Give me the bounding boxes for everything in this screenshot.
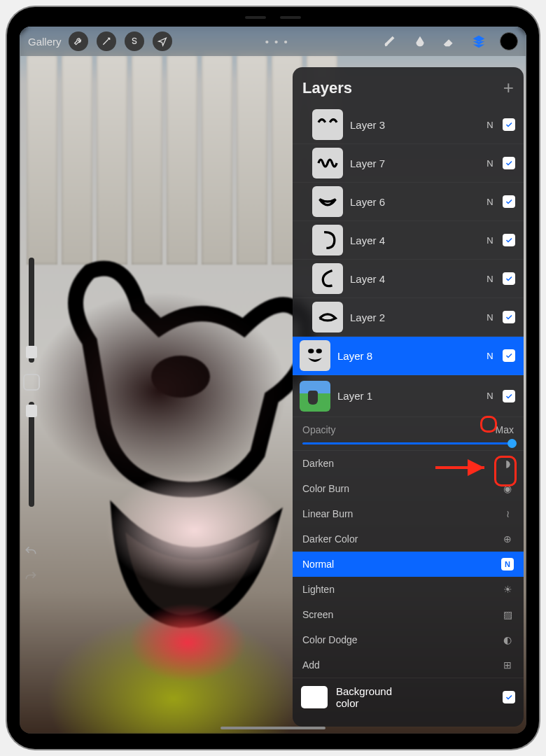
- layer-blend-badge[interactable]: N: [484, 120, 496, 130]
- layer-blend-badge[interactable]: N: [484, 391, 496, 401]
- top-toolbar: Gallery • • •: [20, 27, 526, 56]
- dog-outline: [62, 258, 314, 692]
- layer-visibility-checkbox[interactable]: [503, 349, 515, 362]
- layer-name: Layer 3: [350, 119, 477, 131]
- opacity-slider[interactable]: [302, 442, 514, 444]
- blend-mode-item[interactable]: NormalN: [293, 552, 524, 577]
- opacity-row: Opacity Max: [293, 417, 524, 451]
- blend-mode-icon: ⊕: [501, 533, 514, 545]
- blend-mode-item[interactable]: Add⊞: [293, 652, 524, 678]
- layer-thumbnail: [300, 340, 330, 371]
- gallery-button[interactable]: Gallery: [28, 36, 62, 48]
- layer-thumbnail: [312, 225, 343, 255]
- brush-icon[interactable]: [382, 33, 399, 50]
- blend-mode-icon: ◗: [501, 457, 514, 470]
- opacity-slider-thumb[interactable]: [507, 439, 517, 448]
- layer-name: Layer 2: [350, 312, 477, 323]
- layer-visibility-checkbox[interactable]: [503, 234, 515, 246]
- layer-blend-badge[interactable]: N: [484, 158, 496, 169]
- blend-mode-label: Darker Color: [302, 533, 358, 545]
- layer-blend-badge[interactable]: N: [484, 312, 496, 323]
- layer-list: Layer 3NLayer 7NLayer 6NLayer 4NLayer 4N…: [293, 106, 524, 417]
- opacity-value: Max: [496, 424, 514, 435]
- smudge-icon[interactable]: [412, 33, 428, 50]
- selection-s-icon[interactable]: [125, 31, 144, 51]
- layers-icon[interactable]: [470, 33, 487, 50]
- left-tool-group: [69, 31, 172, 51]
- blend-mode-icon: ⊞: [501, 659, 514, 671]
- blend-mode-icon: N: [501, 558, 514, 570]
- layer-blend-badge[interactable]: N: [484, 351, 496, 361]
- blend-mode-icon: ≀: [501, 507, 514, 520]
- blend-mode-label: Linear Burn: [302, 508, 353, 519]
- blend-mode-label: Darken: [302, 458, 334, 469]
- more-menu-icon[interactable]: • • •: [265, 36, 289, 48]
- undo-icon[interactable]: [24, 545, 41, 561]
- add-layer-button[interactable]: +: [503, 77, 514, 99]
- blend-mode-item[interactable]: Screen▨: [293, 602, 524, 627]
- blend-mode-item[interactable]: Lighten☀: [293, 577, 524, 602]
- blend-mode-icon: ◉: [501, 482, 514, 495]
- layer-row[interactable]: Layer 8N: [293, 337, 524, 375]
- blend-mode-label: Color Burn: [302, 483, 349, 494]
- background-color-row[interactable]: Background color: [293, 678, 524, 716]
- layer-blend-badge[interactable]: N: [484, 274, 496, 284]
- device-speaker: [238, 15, 308, 20]
- brush-opacity-slider[interactable]: [29, 402, 34, 507]
- blend-mode-icon: ☀: [501, 583, 514, 596]
- layer-name: Layer 1: [337, 390, 477, 402]
- layer-row[interactable]: Layer 7N: [293, 144, 524, 183]
- blend-mode-item[interactable]: Darken◗: [293, 451, 524, 476]
- layer-row[interactable]: Layer 1N: [293, 375, 524, 417]
- background-label: Background color: [336, 685, 411, 709]
- layer-row[interactable]: Layer 3N: [293, 106, 524, 144]
- layer-row[interactable]: Layer 6N: [293, 183, 524, 221]
- sidebar-sliders: [22, 258, 41, 552]
- ipad-frame: Gallery • • •: [7, 7, 539, 749]
- undo-redo-group: [24, 545, 41, 587]
- layers-panel: Layers + Layer 3NLayer 7NLayer 6NLayer 4…: [293, 67, 524, 727]
- right-tool-group: [382, 32, 518, 50]
- layer-thumbnail: [312, 109, 343, 140]
- modify-button[interactable]: [23, 374, 40, 391]
- blend-mode-item[interactable]: Color Burn◉: [293, 476, 524, 501]
- adjustments-wand-icon[interactable]: [97, 31, 116, 51]
- blend-mode-item[interactable]: Darker Color⊕: [293, 526, 524, 552]
- layer-thumbnail: [312, 186, 343, 217]
- svg-point-2: [316, 349, 322, 354]
- layer-blend-badge[interactable]: N: [484, 197, 496, 207]
- eraser-icon[interactable]: [441, 33, 458, 50]
- layer-row[interactable]: Layer 2N: [293, 298, 524, 337]
- blend-mode-item[interactable]: Color Dodge◐: [293, 627, 524, 652]
- layer-thumbnail: [312, 302, 343, 332]
- actions-wrench-icon[interactable]: [69, 31, 88, 51]
- brush-size-slider[interactable]: [29, 258, 34, 363]
- layer-visibility-checkbox[interactable]: [503, 118, 515, 131]
- layer-blend-badge[interactable]: N: [484, 235, 496, 246]
- redo-icon[interactable]: [24, 570, 41, 587]
- layer-visibility-checkbox[interactable]: [503, 311, 515, 323]
- transform-arrow-icon[interactable]: [153, 31, 172, 51]
- blend-mode-label: Add: [302, 659, 320, 671]
- background-swatch: [301, 686, 328, 708]
- layer-thumbnail: [312, 263, 343, 294]
- svg-point-1: [308, 349, 314, 354]
- background-visibility-checkbox[interactable]: [503, 691, 515, 704]
- layer-name: Layer 8: [337, 350, 477, 362]
- color-picker-swatch[interactable]: [500, 32, 518, 50]
- blend-mode-icon: ◐: [501, 634, 514, 646]
- blend-mode-item[interactable]: Linear Burn≀: [293, 501, 524, 526]
- layer-name: Layer 4: [350, 273, 477, 285]
- layer-thumbnail: [300, 381, 330, 412]
- layer-visibility-checkbox[interactable]: [503, 390, 515, 402]
- svg-point-0: [151, 356, 210, 398]
- blend-mode-label: Screen: [302, 609, 333, 620]
- layer-visibility-checkbox[interactable]: [503, 157, 515, 169]
- blend-mode-label: Lighten: [302, 584, 335, 595]
- layer-name: Layer 6: [350, 196, 477, 208]
- layer-visibility-checkbox[interactable]: [503, 272, 515, 285]
- layer-row[interactable]: Layer 4N: [293, 221, 524, 260]
- layer-row[interactable]: Layer 4N: [293, 260, 524, 298]
- home-indicator: [220, 727, 326, 729]
- layer-visibility-checkbox[interactable]: [503, 195, 515, 208]
